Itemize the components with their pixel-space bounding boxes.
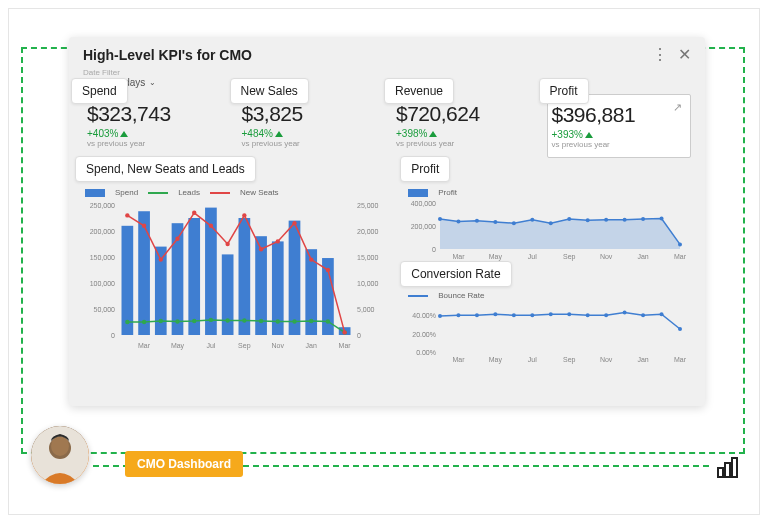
svg-text:250,000: 250,000 xyxy=(90,202,115,209)
svg-text:May: May xyxy=(489,253,503,261)
svg-text:Nov: Nov xyxy=(600,356,613,363)
svg-text:200,000: 200,000 xyxy=(411,223,436,230)
svg-text:Mar: Mar xyxy=(453,356,466,363)
up-arrow-icon xyxy=(585,132,593,138)
more-icon[interactable]: ⋮ xyxy=(652,45,668,64)
svg-rect-16 xyxy=(188,218,200,335)
kpi-delta-newsales: +484% xyxy=(242,128,273,139)
svg-text:Sep: Sep xyxy=(238,342,251,350)
svg-text:400,000: 400,000 xyxy=(411,201,436,207)
svg-text:Mar: Mar xyxy=(674,356,686,363)
page-frame: High-Level KPI's for CMO ⋮ ✕ Date Filter… xyxy=(8,8,760,515)
svg-text:Sep: Sep xyxy=(563,356,576,364)
svg-text:Jan: Jan xyxy=(638,356,649,363)
kpi-value-newsales: $3,825 xyxy=(242,102,379,126)
svg-text:200,000: 200,000 xyxy=(90,228,115,235)
dashboard-badge: CMO Dashboard xyxy=(125,451,243,477)
svg-text:20,000: 20,000 xyxy=(357,228,379,235)
svg-text:Jan: Jan xyxy=(638,253,649,260)
date-filter-label: Date Filter xyxy=(83,68,691,77)
kpi-label-revenue: Revenue xyxy=(384,78,454,104)
svg-text:Jul: Jul xyxy=(206,342,215,349)
svg-text:0.00%: 0.00% xyxy=(416,349,436,356)
svg-text:20.00%: 20.00% xyxy=(412,331,436,338)
svg-text:May: May xyxy=(171,342,185,350)
svg-text:15,000: 15,000 xyxy=(357,254,379,261)
svg-text:25,000: 25,000 xyxy=(357,202,379,209)
legend-swatch-bounce xyxy=(408,295,428,297)
svg-text:Jan: Jan xyxy=(306,342,317,349)
kpi-label-profit: Profit xyxy=(539,78,589,104)
avatar[interactable] xyxy=(31,426,89,484)
svg-text:May: May xyxy=(489,356,503,364)
chevron-down-icon: ⌄ xyxy=(149,78,156,87)
svg-text:Mar: Mar xyxy=(138,342,151,349)
legend-swatch-spend xyxy=(85,189,105,197)
svg-text:40.00%: 40.00% xyxy=(412,312,436,319)
kpi-compare-newsales: vs previous year xyxy=(242,139,379,148)
svg-text:Jul: Jul xyxy=(528,253,537,260)
legend-swatch-profit xyxy=(408,189,428,197)
svg-text:0: 0 xyxy=(432,246,436,253)
section-label-chart3: Conversion Rate xyxy=(400,261,511,287)
svg-text:Mar: Mar xyxy=(674,253,686,260)
legend-profit: Profit xyxy=(438,188,457,197)
legend-swatch-leads xyxy=(148,192,168,194)
chart-profit[interactable]: 0200,000400,000MarMayJulSepNovJanMar xyxy=(406,201,691,261)
chart-spend-seats-leads[interactable]: 050,000100,000150,000200,000250,00005,00… xyxy=(83,201,396,351)
kpi-value-revenue: $720,624 xyxy=(396,102,533,126)
section-label-chart1: Spend, New Seats and Leads xyxy=(75,156,256,182)
kpi-compare-revenue: vs previous year xyxy=(396,139,533,148)
svg-rect-19 xyxy=(239,218,251,335)
kpi-delta-profit: +393% xyxy=(552,129,583,140)
window-header: High-Level KPI's for CMO ⋮ ✕ xyxy=(69,37,705,68)
svg-rect-113 xyxy=(725,463,730,477)
svg-text:Jul: Jul xyxy=(528,356,537,363)
svg-text:10,000: 10,000 xyxy=(357,280,379,287)
svg-rect-12 xyxy=(122,226,134,335)
svg-rect-18 xyxy=(222,254,234,335)
close-icon[interactable]: ✕ xyxy=(678,45,691,64)
kpi-label-newsales: New Sales xyxy=(230,78,309,104)
svg-text:100,000: 100,000 xyxy=(90,280,115,287)
expand-icon[interactable]: ↗ xyxy=(673,101,682,114)
dashboard-window: High-Level KPI's for CMO ⋮ ✕ Date Filter… xyxy=(69,37,705,406)
legend-leads: Leads xyxy=(178,188,200,197)
chart-conversion[interactable]: 0.00%20.00%40.00%MarMayJulSepNovJanMar xyxy=(406,304,691,364)
up-arrow-icon xyxy=(429,131,437,137)
section-label-chart2: Profit xyxy=(400,156,450,182)
kpi-delta-spend: +403% xyxy=(87,128,118,139)
svg-text:Mar: Mar xyxy=(453,253,466,260)
kpi-value-spend: $323,743 xyxy=(87,102,224,126)
kpi-compare-spend: vs previous year xyxy=(87,139,224,148)
svg-text:50,000: 50,000 xyxy=(94,306,116,313)
kpi-compare-profit: vs previous year xyxy=(552,140,687,149)
kpi-row: Spend $323,743 +403% vs previous year Ne… xyxy=(83,94,691,158)
svg-rect-22 xyxy=(289,221,301,335)
svg-rect-13 xyxy=(138,211,150,335)
svg-text:Nov: Nov xyxy=(600,253,613,260)
svg-point-111 xyxy=(51,436,69,456)
svg-text:0: 0 xyxy=(111,332,115,339)
svg-text:Sep: Sep xyxy=(563,253,576,261)
svg-text:5,000: 5,000 xyxy=(357,306,375,313)
svg-text:150,000: 150,000 xyxy=(90,254,115,261)
legend-newseats: New Seats xyxy=(240,188,279,197)
legend-swatch-newseats xyxy=(210,192,230,194)
kpi-delta-revenue: +398% xyxy=(396,128,427,139)
legend-spend: Spend xyxy=(115,188,138,197)
svg-rect-114 xyxy=(732,458,737,477)
svg-rect-112 xyxy=(718,468,723,477)
svg-text:Nov: Nov xyxy=(272,342,285,349)
kpi-label-spend: Spend xyxy=(71,78,128,104)
svg-text:Mar: Mar xyxy=(339,342,352,349)
legend-bounce: Bounce Rate xyxy=(438,291,484,300)
window-title: High-Level KPI's for CMO xyxy=(83,47,252,63)
kpi-value-profit: $396,881 xyxy=(552,103,687,127)
up-arrow-icon xyxy=(120,131,128,137)
svg-text:0: 0 xyxy=(357,332,361,339)
bar-chart-icon xyxy=(715,456,739,480)
up-arrow-icon xyxy=(275,131,283,137)
